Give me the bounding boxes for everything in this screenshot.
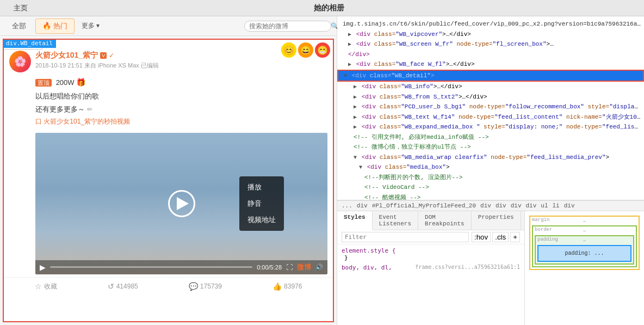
breadcrumb-div5[interactable]: div: [526, 203, 537, 209]
expand-media-icon: ▶: [354, 124, 357, 130]
box-margin: margin – border – padding – padding: ...: [529, 216, 640, 270]
style-rule-element: element.style { }: [342, 247, 520, 261]
action-bar: ☆ 收藏 ↺ 414985 💬 175739 👍 83976: [4, 277, 333, 296]
breadcrumb-pl-official[interactable]: #Pl_Official_MyProfileFeed_20: [372, 203, 476, 209]
top-nav: 主页 她的相册: [0, 0, 644, 16]
tab-properties[interactable]: Properties: [472, 211, 521, 230]
video-container: 播放 静音 视频地址 ▶ 0:00/5:28 ⛶ 微博 🔊: [35, 133, 327, 274]
styles-content: element.style { } body, div, dl, frame.c…: [337, 244, 524, 325]
breadcrumb-bar: ... div #Pl_Official_MyProfileFeed_20 di…: [337, 200, 644, 211]
sub-nav-hot[interactable]: 🔥 热门: [35, 19, 75, 34]
context-menu: 播放 静音 视频地址: [239, 176, 284, 231]
expand-pcd-icon: ▶: [354, 104, 357, 110]
search-input[interactable]: [249, 22, 331, 30]
post-text2: 还有更多更多～: [35, 105, 85, 113]
menu-play[interactable]: 播放: [239, 179, 284, 195]
dom-line-comment4: <!-- VideoCard -->: [337, 182, 644, 193]
reaction-emoji-1[interactable]: 😊: [281, 42, 296, 58]
dom-line-wb-detail[interactable]: ▼ <div class="WB_detail">: [337, 70, 644, 82]
box-model-panel: margin – border – padding – padding: ...: [524, 211, 644, 325]
dom-line-media-box[interactable]: ▼ <div class="media_box">: [337, 162, 644, 173]
dom-line-comment5: <!-- 酷燃视频 -->: [337, 193, 644, 201]
tab-event-listeners[interactable]: Event Listeners: [373, 211, 418, 230]
avatar: 🌸: [9, 51, 31, 72]
volume-icon[interactable]: 🔊: [315, 263, 323, 271]
favorite-action[interactable]: ☆ 收藏: [35, 282, 57, 291]
breadcrumb-div6[interactable]: div: [564, 203, 575, 209]
edit-icon[interactable]: ✏: [87, 106, 92, 113]
expand-arrow-icon: ▶: [348, 32, 351, 38]
video-controls: ▶ 0:00/5:28 ⛶ 微博 🔊: [35, 260, 327, 274]
search-box: 🔍: [244, 21, 331, 32]
reaction-emoji-3[interactable]: 😁: [315, 42, 330, 58]
sub-nav-more[interactable]: 更多 ▾: [77, 19, 104, 33]
style-selector-body: body, div, dl,: [342, 264, 392, 271]
expand-from-icon: ▶: [354, 94, 357, 100]
breadcrumb-ellipsis[interactable]: ...: [342, 203, 352, 209]
video-ref-text: 口 火箭少女101_紫宁的秒拍视频: [35, 116, 130, 127]
tab-styles[interactable]: Styles: [337, 211, 373, 230]
tag-vipcover: <div: [356, 31, 374, 38]
hov-filter-btn[interactable]: :hov: [472, 232, 491, 242]
breadcrumb-div3[interactable]: div: [496, 203, 506, 209]
post-line2: 还有更多更多～ ✏: [35, 104, 327, 115]
play-button[interactable]: [168, 190, 195, 217]
dom-line-text[interactable]: ▶ <div class="WB_text W_f14" node-type="…: [337, 112, 644, 122]
video-ref[interactable]: 口 火箭少女101_紫宁的秒拍视频: [35, 116, 327, 127]
progress-bar[interactable]: [50, 266, 252, 268]
fullscreen-icon[interactable]: ⛶: [286, 263, 293, 271]
style-rule-body: body, div, dl, frame.css?versi...a759632…: [342, 264, 520, 271]
dom-line-media-wrap[interactable]: ▼ <div class="WB_media_wrap clearfix" no…: [337, 152, 644, 163]
expand-mbox-icon: ▼: [359, 164, 362, 170]
reaction-emoji-2[interactable]: 😄: [298, 42, 313, 58]
comment-action[interactable]: 💬 175739: [189, 282, 222, 291]
border-label: border: [535, 227, 552, 232]
dom-line-info[interactable]: ▶ <div class="WB_info">…</div>: [337, 82, 644, 92]
dom-line-vipcover[interactable]: ▶ <div class="WB_vipcover">…</div>: [337, 29, 644, 40]
dom-line-img[interactable]: img.t.sinajs.cn/t6/skin/public/feed_cove…: [337, 19, 644, 29]
home-link[interactable]: 主页: [5, 3, 36, 13]
breadcrumb-div1[interactable]: div: [357, 203, 368, 209]
breadcrumb-div2[interactable]: div: [480, 203, 491, 209]
dom-line-from[interactable]: ▶ <div class="WB_from S_txt2">…</div>: [337, 92, 644, 102]
dom-line-face[interactable]: ▶ <div class="WB_face W_fl">…</div>: [337, 59, 644, 70]
cls-filter-btn[interactable]: .cls: [492, 232, 509, 242]
plus-filter-btn[interactable]: +: [510, 232, 520, 242]
dom-line-pcd[interactable]: ▶ <div class="PCD_user_b S_bg1" node-typ…: [337, 102, 644, 112]
like-icon: 👍: [273, 282, 282, 291]
style-file-link[interactable]: frame.css?versi...a75963216a61:1: [415, 264, 520, 271]
left-panel: 全部 🔥 热门 更多 ▾ 🔍 div.WB_detail 500×424.4 😊…: [0, 16, 337, 325]
play-triangle-icon: [177, 197, 189, 210]
expand-selected-icon: ▼: [344, 73, 347, 79]
play-ctrl-button[interactable]: ▶: [40, 263, 46, 272]
breadcrumb-div4[interactable]: div: [511, 203, 522, 209]
box-border: border – padding – padding: ...: [532, 225, 637, 267]
dom-line-closediv[interactable]: </div>: [337, 50, 644, 60]
breadcrumb-ul[interactable]: ul: [541, 203, 548, 209]
dom-line-expand-media[interactable]: ▶ <div class="WB_expand_media_box " styl…: [337, 122, 644, 132]
gift-icon: 🎁: [76, 78, 85, 87]
expand-text-icon: ▶: [354, 114, 357, 120]
tab-dom-breakpoints[interactable]: DOM Breakpoints: [418, 211, 472, 230]
dom-line-comment2: <!-- 微博心情，独立于标准的ul节点 -->: [337, 142, 644, 152]
expand-info-icon: ▶: [354, 84, 357, 90]
box-padding: padding – padding: ...: [535, 235, 634, 265]
breadcrumb-li[interactable]: li: [553, 203, 560, 209]
sub-nav: 全部 🔥 热门 更多 ▾ 🔍: [0, 16, 337, 36]
time-display: 0:00/5:28: [257, 264, 282, 271]
dom-line-comment1: <!-- 引用文件时, 必须对media_info赋值 -->: [337, 132, 644, 143]
repost-action[interactable]: ↺ 414985: [108, 282, 138, 291]
repost-icon: ↺: [108, 282, 114, 291]
filter-input[interactable]: [342, 232, 469, 242]
menu-mute[interactable]: 静音: [239, 195, 284, 212]
dom-tree: img.t.sinajs.cn/t6/skin/public/feed_cove…: [337, 16, 644, 200]
like-action[interactable]: 👍 83976: [273, 282, 302, 291]
username[interactable]: 火箭少女101_紫宁: [35, 51, 98, 60]
padding-label: padding: [537, 237, 558, 242]
reaction-bar: 😊 😄 😁: [281, 42, 330, 58]
star-icon: ☆: [35, 282, 42, 291]
menu-video-url[interactable]: 视频地址: [239, 212, 284, 228]
sub-nav-all[interactable]: 全部: [5, 19, 33, 33]
dom-line-screen[interactable]: ▶ <div class="WB_screen W_fr" node-type=…: [337, 39, 644, 50]
filter-buttons: :hov .cls +: [472, 232, 520, 242]
